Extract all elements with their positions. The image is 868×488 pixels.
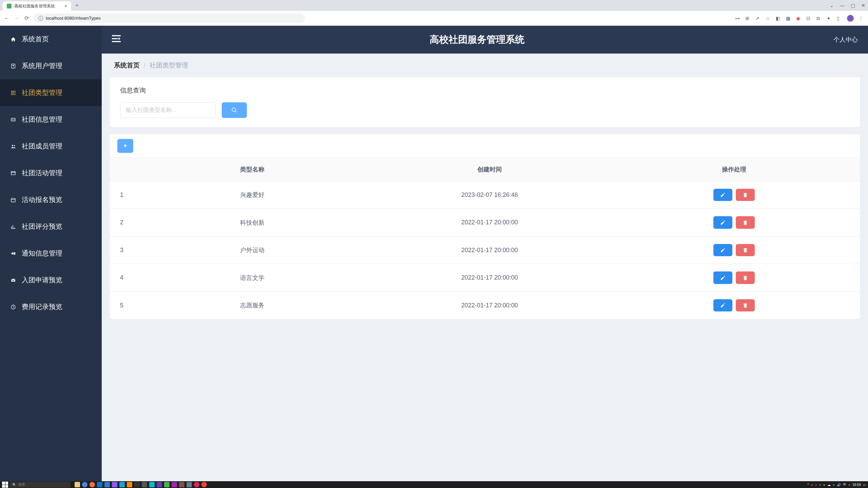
nav-reload-button[interactable]: ⟳ [24,15,29,21]
table-row: 5 志愿服务 2022-01-17 20:00:00 [110,291,860,319]
edit-button[interactable] [713,244,732,256]
edit-icon [720,247,726,253]
breadcrumb-home[interactable]: 系统首页 [114,61,140,70]
url-input[interactable]: i localhost:8080/#/teamTypes [34,14,305,23]
delete-button[interactable] [736,189,755,201]
sidebar-item-label: 社团评分预览 [22,222,62,231]
sidebar-item-label: 系统首页 [22,35,49,44]
user-icon [10,63,16,69]
dropdown-icon[interactable]: ⌄ [830,3,834,8]
table-row: 2 科技创新 2022-01-17 20:00:00 [110,209,860,236]
edit-icon [720,303,726,308]
sidebar-item-fee[interactable]: 费用记录预览 [0,293,102,320]
window-maximize-icon[interactable]: ▢ [851,3,855,8]
delete-button[interactable] [736,244,755,256]
cell-num: 2 [110,209,134,236]
ext-icon-2[interactable]: ▦ [786,16,791,21]
qr-icon[interactable]: ⊞ [745,16,751,21]
th-num [110,158,134,181]
data-table: 类型名称 创建时间 操作处理 1 兴趣爱好 2023-02-07 16:26:4… [110,158,860,319]
app-title: 高校社团服务管理系统 [121,33,833,46]
sidebar-item-activities[interactable]: 社团活动管理 [0,160,102,186]
star-icon[interactable]: ☆ [766,16,771,21]
browser-tab-bar: 高校社团服务管理系统 × + ⌄ — ▢ ✕ [0,0,868,11]
ext-icon-4[interactable]: ⊡ [806,16,812,21]
search-input[interactable] [120,102,216,118]
cell-actions [608,236,860,264]
sidebar-item-apply[interactable]: 入团申请预览 [0,267,102,293]
cell-created: 2022-01-17 20:00:00 [371,264,608,291]
activity-icon [10,170,16,176]
group-icon [10,117,16,122]
cell-created: 2022-01-17 20:00:00 [371,209,608,236]
cell-num: 5 [110,291,134,319]
edit-button[interactable] [713,216,732,228]
ext-icon-3[interactable]: ◉ [796,16,802,21]
tag-icon [10,90,16,96]
url-text: localhost:8080/#/teamTypes [46,16,101,21]
tab-close-icon[interactable]: × [64,3,67,9]
delete-button[interactable] [736,216,755,228]
edit-icon [720,275,726,281]
panel-icon[interactable]: ▯ [837,16,842,21]
user-center-link[interactable]: 个人中心 [833,36,858,44]
sidebar-item-team-types[interactable]: 社团类型管理 [0,79,102,106]
profile-avatar[interactable] [847,15,854,22]
ext-icon-5[interactable]: ⧉ [816,16,822,21]
edit-icon [720,192,726,198]
search-card: 信息查询 [110,77,860,127]
window-minimize-icon[interactable]: — [840,3,845,8]
nav-back-button[interactable]: ← [4,15,9,21]
sidebar-item-label: 社团成员管理 [22,142,62,151]
sidebar-item-team-info[interactable]: 社团信息管理 [0,106,102,133]
menu-toggle-icon[interactable] [112,35,121,44]
cell-name: 兴趣爱好 [134,181,371,209]
cell-name: 志愿服务 [134,291,371,319]
topbar: 高校社团服务管理系统 个人中心 [102,26,868,54]
sidebar-item-notice[interactable]: 通知信息管理 [0,240,102,267]
sidebar-item-label: 社团信息管理 [22,115,62,124]
menu-icon[interactable]: ⋮ [859,16,864,21]
sidebar-item-score[interactable]: 社团评分预览 [0,213,102,240]
breadcrumb-separator: / [144,62,145,69]
cell-name: 户外运动 [134,236,371,264]
cell-name: 语言文学 [134,264,371,291]
breadcrumb-current: 社团类型管理 [150,61,188,70]
share-icon[interactable]: ↗ [755,16,761,21]
svg-point-12 [232,108,236,111]
search-button[interactable] [222,102,247,118]
trash-icon [743,275,748,281]
window-close-icon[interactable]: ✕ [861,3,865,8]
cell-created: 2023-02-07 16:26:46 [371,181,608,209]
ext-icon-1[interactable]: ◧ [776,16,781,21]
nav-forward-button[interactable]: → [14,15,20,21]
cell-created: 2022-01-17 20:00:00 [371,291,608,319]
add-button[interactable]: + [117,139,133,153]
delete-button[interactable] [736,299,755,311]
edit-icon [720,220,726,225]
site-info-icon[interactable]: i [38,16,43,21]
sidebar-item-signup[interactable]: 活动报名预览 [0,186,102,213]
svg-point-5 [14,119,15,120]
cell-actions [608,181,860,209]
new-tab-button[interactable]: + [75,2,78,8]
sidebar-item-home[interactable]: 系统首页 [0,26,102,53]
th-created: 创建时间 [371,158,608,181]
cell-name: 科技创新 [134,209,371,236]
sidebar: 系统首页 系统用户管理 社团类型管理 社团信息管理 社团成员管理 [0,26,102,482]
cell-actions [608,291,860,319]
delete-button[interactable] [736,271,755,284]
key-icon[interactable]: ⊶ [735,16,741,21]
sidebar-item-users[interactable]: 系统用户管理 [0,53,102,79]
edit-button[interactable] [713,299,732,311]
svg-point-7 [14,145,15,146]
trash-icon [743,220,748,225]
edit-button[interactable] [713,189,732,201]
cell-created: 2022-01-17 20:00:00 [371,236,608,264]
tab-favicon [7,4,12,8]
extensions-icon[interactable]: ✦ [827,16,832,21]
browser-tab[interactable]: 高校社团服务管理系统 × [3,1,71,11]
svg-rect-10 [11,279,15,282]
edit-button[interactable] [713,271,732,284]
sidebar-item-members[interactable]: 社团成员管理 [0,133,102,160]
